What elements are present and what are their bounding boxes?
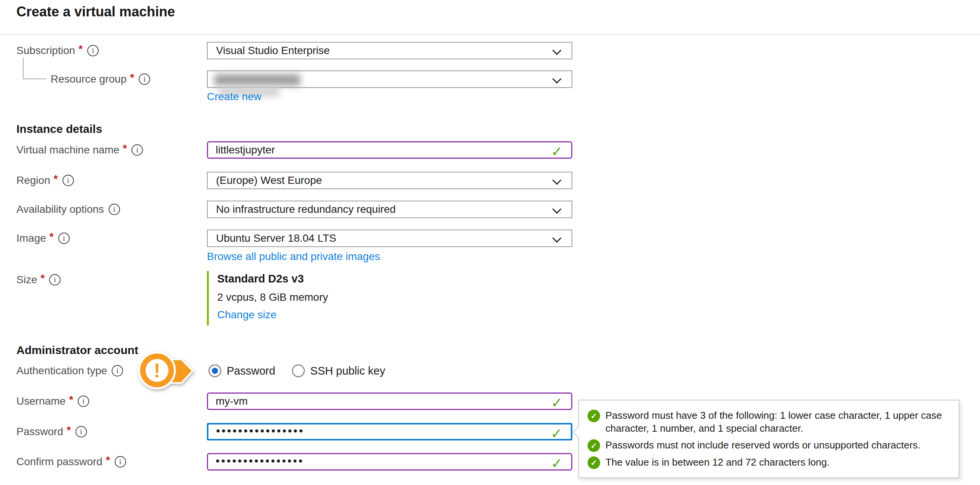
vm-name-label: Virtual machine name * i bbox=[16, 141, 143, 159]
confirm-password-masked-value: •••••••••••••••• bbox=[216, 455, 304, 467]
valid-check-icon: ✓ bbox=[551, 455, 563, 472]
validation-item: ✓ The value is in between 12 and 72 char… bbox=[588, 456, 950, 469]
valid-check-icon: ✓ bbox=[551, 426, 562, 442]
password-input[interactable]: •••••••••••••••• ✓ bbox=[207, 423, 572, 440]
tree-connector-horizontal bbox=[23, 78, 46, 79]
required-asterisk: * bbox=[54, 173, 58, 185]
header-divider bbox=[0, 34, 980, 35]
validation-item: ✓ Password must have 3 of the following:… bbox=[588, 409, 950, 435]
chevron-down-icon bbox=[552, 74, 561, 83]
chevron-down-icon bbox=[552, 204, 561, 214]
subscription-dropdown[interactable]: Visual Studio Enterprise bbox=[207, 42, 572, 59]
size-name: Standard D2s v3 bbox=[217, 273, 328, 285]
radio-option-ssh-public-key[interactable]: SSH public key bbox=[292, 364, 385, 377]
confirm-password-label: Confirm password * i bbox=[16, 453, 126, 471]
availability-dropdown[interactable]: No infrastructure redundancy required bbox=[207, 201, 572, 218]
valid-check-icon: ✓ bbox=[551, 144, 563, 160]
check-circle-icon: ✓ bbox=[588, 456, 600, 469]
radio-selected-icon bbox=[208, 364, 221, 377]
resource-group-label: Resource group * i bbox=[51, 70, 150, 88]
section-administrator-account: Administrator account bbox=[16, 344, 138, 357]
username-value: my-vm bbox=[216, 395, 248, 407]
image-dropdown[interactable]: Ubuntu Server 18.04 LTS bbox=[207, 230, 572, 247]
confirm-password-input[interactable]: •••••••••••••••• ✓ bbox=[207, 453, 572, 471]
section-instance-details: Instance details bbox=[16, 123, 102, 136]
info-icon[interactable]: i bbox=[112, 365, 123, 377]
tree-connector-vertical bbox=[23, 58, 24, 79]
info-icon[interactable]: i bbox=[49, 274, 61, 286]
required-asterisk: * bbox=[106, 454, 110, 466]
size-summary: Standard D2s v3 2 vcpus, 8 GiB memory Ch… bbox=[207, 271, 328, 325]
auth-type-radio-group: Password SSH public key bbox=[208, 362, 385, 380]
auth-type-label: Authentication type i bbox=[16, 362, 123, 380]
subscription-value: Visual Studio Enterprise bbox=[216, 45, 330, 57]
validation-item: ✓ Passwords must not include reserved wo… bbox=[588, 439, 950, 452]
region-label: Region * i bbox=[16, 172, 74, 189]
create-new-link[interactable]: Create new bbox=[207, 91, 261, 103]
required-asterisk: * bbox=[67, 424, 71, 436]
info-icon[interactable]: i bbox=[109, 204, 120, 215]
username-input[interactable]: my-vm ✓ bbox=[207, 392, 572, 410]
size-specs: 2 vcpus, 8 GiB memory bbox=[217, 291, 328, 303]
username-label: Username * i bbox=[16, 392, 89, 410]
info-icon[interactable]: i bbox=[139, 73, 150, 85]
info-icon[interactable]: i bbox=[115, 456, 126, 467]
required-asterisk: * bbox=[130, 72, 134, 84]
region-value: (Europe) West Europe bbox=[216, 174, 322, 187]
check-circle-icon: ✓ bbox=[588, 439, 600, 452]
chevron-down-icon bbox=[552, 233, 561, 242]
create-vm-page: Create a virtual machine Subscription * … bbox=[0, 0, 980, 485]
vm-name-value: littlestjupyter bbox=[216, 144, 275, 156]
info-icon[interactable]: i bbox=[87, 45, 99, 56]
check-circle-icon: ✓ bbox=[588, 410, 600, 422]
region-dropdown[interactable]: (Europe) West Europe bbox=[207, 172, 572, 189]
chevron-down-icon bbox=[552, 175, 561, 185]
required-asterisk: * bbox=[123, 142, 127, 155]
availability-label: Availability options i bbox=[16, 201, 120, 218]
size-label: Size * i bbox=[16, 271, 61, 289]
info-icon[interactable]: i bbox=[131, 144, 143, 156]
svg-text:!: ! bbox=[154, 359, 160, 381]
vm-name-input[interactable]: littlestjupyter ✓ bbox=[207, 141, 572, 159]
password-masked-value: •••••••••••••••• bbox=[216, 424, 304, 437]
radio-option-password[interactable]: Password bbox=[208, 364, 275, 377]
password-validation-tooltip: ✓ Password must have 3 of the following:… bbox=[578, 400, 959, 478]
resource-group-dropdown[interactable] bbox=[207, 70, 572, 88]
required-asterisk: * bbox=[78, 43, 83, 55]
availability-value: No infrastructure redundancy required bbox=[216, 203, 396, 215]
image-label: Image * i bbox=[16, 230, 70, 247]
info-icon[interactable]: i bbox=[62, 175, 74, 186]
password-label: Password * i bbox=[16, 423, 87, 440]
redacted-text-blur bbox=[215, 74, 300, 86]
image-value: Ubuntu Server 18.04 LTS bbox=[216, 232, 336, 244]
valid-check-icon: ✓ bbox=[551, 395, 563, 411]
chevron-down-icon bbox=[552, 46, 561, 55]
info-icon[interactable]: i bbox=[78, 396, 89, 407]
info-icon[interactable]: i bbox=[58, 233, 70, 244]
attention-annotation-icon: ! bbox=[133, 347, 202, 394]
page-title: Create a virtual machine bbox=[16, 4, 175, 20]
tooltip-caret bbox=[572, 426, 584, 438]
required-asterisk: * bbox=[69, 394, 73, 406]
required-asterisk: * bbox=[40, 272, 45, 284]
radio-unselected-icon bbox=[292, 364, 305, 377]
browse-images-link[interactable]: Browse all public and private images bbox=[207, 250, 380, 263]
info-icon[interactable]: i bbox=[75, 426, 87, 437]
change-size-link[interactable]: Change size bbox=[217, 309, 328, 321]
required-asterisk: * bbox=[50, 231, 54, 243]
subscription-label: Subscription * i bbox=[16, 42, 99, 59]
